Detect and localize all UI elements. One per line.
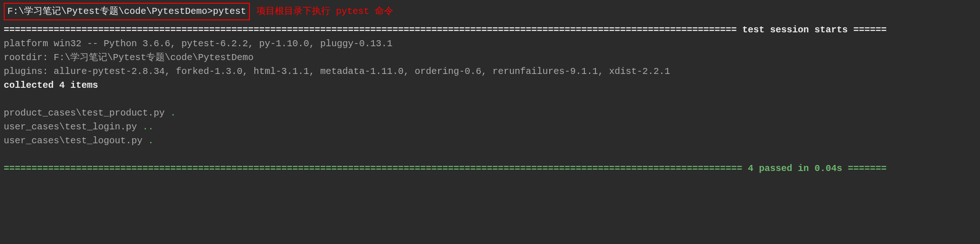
pass-dot: .. <box>143 122 154 132</box>
session-header-line: ========================================… <box>4 23 976 37</box>
test-result-line: user_cases\test_login.py .. <box>4 120 976 134</box>
annotation-text: 项目根目录下执行 pytest 命令 <box>256 3 393 18</box>
header-suffix: ====== <box>848 24 887 35</box>
spacer <box>4 148 976 162</box>
platform-line: platform win32 -- Python 3.6.6, pytest-6… <box>4 37 976 51</box>
prompt-line: F:\学习笔记\Pytest专题\code\PytestDemo>pytest … <box>4 3 976 20</box>
pass-dot: . <box>170 108 176 118</box>
test-result-line: product_cases\test_product.py . <box>4 106 976 120</box>
test-file: product_cases\test_product.py <box>4 108 170 118</box>
collected-line: collected 4 items <box>4 79 976 92</box>
command-highlight-box: F:\学习笔记\Pytest专题\code\PytestDemo>pytest <box>4 3 250 20</box>
test-file: user_cases\test_logout.py <box>4 135 148 146</box>
summary-line: ========================================… <box>4 162 976 176</box>
header-text: test session starts <box>742 24 848 35</box>
spacer <box>4 92 976 106</box>
plugins-line: plugins: allure-pytest-2.8.34, forked-1.… <box>4 65 976 79</box>
test-file: user_cases\test_login.py <box>4 122 143 132</box>
prompt-path: F:\学习笔记\Pytest专题\code\PytestDemo> <box>7 6 213 17</box>
summary-suffix: ======= <box>842 163 887 174</box>
rootdir-line: rootdir: F:\学习笔记\Pytest专题\code\PytestDem… <box>4 51 976 65</box>
header-prefix: ========================================… <box>4 24 742 35</box>
summary-prefix: ========================================… <box>4 163 748 174</box>
test-result-line: user_cases\test_logout.py . <box>4 134 976 148</box>
pass-dot: . <box>148 135 154 146</box>
summary-text: 4 passed in 0.04s <box>748 163 842 174</box>
command-text: pytest <box>213 6 246 17</box>
